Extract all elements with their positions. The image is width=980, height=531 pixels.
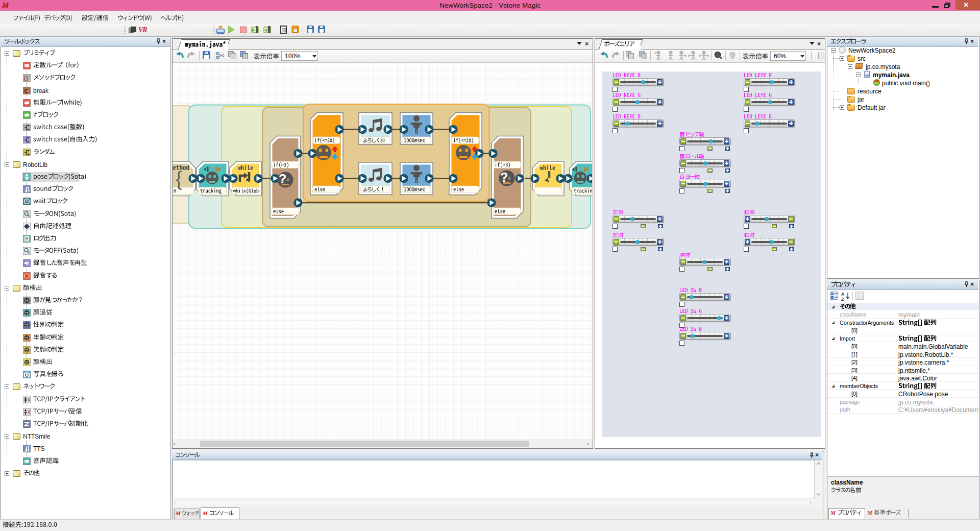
svg-text:?: ? [279, 172, 286, 186]
svg-text:?: ? [500, 170, 508, 184]
svg-text:{}: {} [23, 76, 29, 81]
